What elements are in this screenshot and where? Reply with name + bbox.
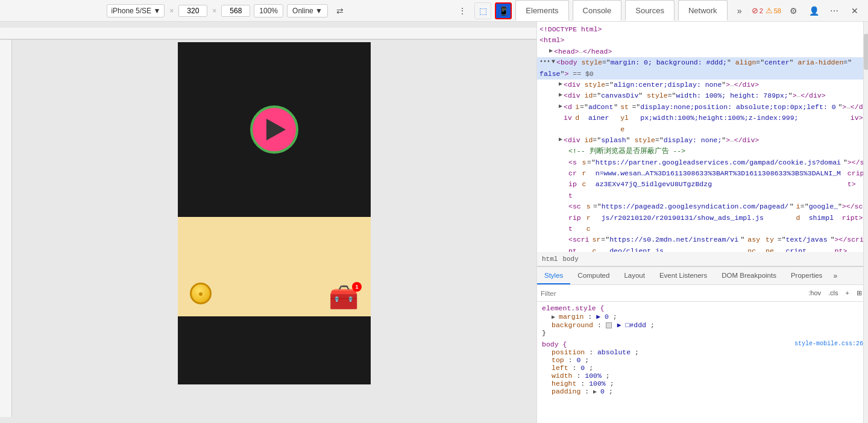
rotate-icon[interactable]: ⇄: [332, 2, 348, 19]
more-options-icon[interactable]: ⋮: [454, 2, 471, 19]
tree-script2[interactable]: <script src="https://pagead2.googlesyndi…: [537, 201, 868, 234]
tree-script1[interactable]: <script src="https://partner.googleadser…: [537, 157, 868, 202]
play-button[interactable]: [250, 105, 298, 154]
more-devtools-icon[interactable]: ⋯: [826, 2, 843, 19]
tab-dom-breakpoints[interactable]: DOM Breakpoints: [714, 267, 784, 284]
elements-label: Elements: [526, 6, 558, 15]
tree-head[interactable]: ▶ <head> … </head>: [537, 46, 868, 57]
warn-count: 58: [774, 7, 781, 14]
separator: ×: [169, 7, 174, 15]
tab-computed-label: Computed: [577, 272, 609, 279]
styles-panel[interactable]: element.style { ▶ margin : ▶ 0 ; backgro…: [537, 302, 868, 423]
tree-comment: <!-- 判断浏览器是否屏蔽广告 -->: [537, 146, 868, 157]
add-style-button[interactable]: +: [843, 289, 852, 298]
tree-script3[interactable]: <script src="https://s0.2mdn.net/instrea…: [537, 234, 868, 252]
error-badge: ⊘ 2: [752, 6, 763, 15]
styles-filter-buttons: :hov .cls + ⊞: [806, 289, 864, 298]
width-input[interactable]: [178, 5, 207, 17]
close-devtools-icon[interactable]: ✕: [846, 2, 863, 19]
css-prop-left: left : 0 ;: [552, 364, 863, 372]
breadcrumb: html body: [537, 252, 868, 266]
svg-rect-0: [0, 28, 536, 40]
device-mode-icon[interactable]: 📱: [495, 2, 512, 19]
styles-filter-input[interactable]: [541, 290, 804, 297]
css-props-body: position : absolute ; top : 0 ; le: [542, 348, 863, 395]
separator2: ×: [212, 7, 216, 15]
error-count: 2: [760, 7, 763, 14]
css-prop-height: height : 100% ;: [552, 380, 863, 387]
css-props-element: ▶ margin : ▶ 0 ; background : ▶ □#ddd ;: [542, 312, 863, 329]
hov-button[interactable]: :hov: [806, 289, 823, 298]
tab-event-listeners[interactable]: Event Listeners: [652, 267, 714, 284]
tab-layout[interactable]: Layout: [617, 267, 652, 284]
network-label: Network: [688, 6, 717, 15]
tree-div1[interactable]: ▶ <div style="align:center;display: none…: [537, 80, 868, 90]
css-body-header: body { style-mobile.css:26: [542, 340, 863, 348]
coin: ●: [190, 283, 212, 304]
tab-layout-label: Layout: [624, 272, 645, 279]
tree-html[interactable]: <html>: [537, 35, 868, 46]
styles-filter-bar: :hov .cls + ⊞: [537, 285, 868, 302]
tab-styles[interactable]: Styles: [537, 267, 570, 284]
error-warn-area: ⊘ 2 ⚠ 58: [752, 6, 781, 15]
zoom-selector[interactable]: 100%: [254, 4, 283, 17]
bc-html[interactable]: html: [542, 255, 558, 263]
phone-mid-section: ● 🧰 1: [178, 217, 371, 316]
chest-badge: 1: [352, 282, 362, 292]
css-prop-margin: ▶ margin : ▶ 0 ;: [552, 312, 863, 321]
body-arrow[interactable]: ▼: [552, 57, 555, 67]
network-tab[interactable]: Network: [678, 0, 728, 21]
tab-computed[interactable]: Computed: [570, 267, 617, 284]
height-input[interactable]: [221, 5, 250, 17]
ruler-left: [0, 40, 12, 417]
sources-tab[interactable]: Sources: [625, 0, 675, 21]
phone-frame: ● 🧰 1: [178, 42, 371, 384]
more-bottom-tabs-icon[interactable]: »: [829, 272, 841, 280]
css-rule-element-style: element.style { ▶ margin : ▶ 0 ; backgro…: [542, 304, 863, 337]
tree-div2[interactable]: ▶ <div id="canvasDiv" style="width: 100%…: [537, 90, 868, 101]
devtools-scrollbar[interactable]: [863, 22, 868, 423]
devtools-bottom: Styles Computed Layout Event Listeners D…: [537, 266, 868, 423]
online-selector[interactable]: Online ▼: [287, 4, 328, 17]
console-tab[interactable]: Console: [573, 0, 622, 21]
sources-label: Sources: [635, 6, 664, 15]
css-prop-position: position : absolute ;: [552, 348, 863, 356]
bottom-tabs: Styles Computed Layout Event Listeners D…: [537, 267, 868, 285]
scrollbar-thumb[interactable]: [864, 34, 868, 70]
html-tree[interactable]: <!DOCTYPE html> <html> ▶ <head> … </head…: [537, 22, 868, 252]
phone-top-section: [178, 42, 371, 217]
inspect-toggle-icon[interactable]: ⬚: [474, 2, 491, 19]
tree-body[interactable]: ••• ▼ <body style="margin: 0; background…: [537, 57, 868, 80]
elements-tab[interactable]: Elements: [515, 0, 568, 21]
tree-div3[interactable]: ▶ <div id="adContainer" style="display:n…: [537, 102, 868, 135]
css-prop-top: top : 0 ;: [552, 356, 863, 364]
tree-doctype: <!DOCTYPE html>: [537, 24, 868, 35]
tab-properties[interactable]: Properties: [784, 267, 829, 284]
cls-button[interactable]: .cls: [826, 289, 841, 298]
ruler-top: ticks: [0, 28, 536, 40]
bg-color-swatch[interactable]: [606, 322, 612, 328]
css-selector-element: element.style {: [542, 304, 863, 312]
device-label: iPhone 5/SE ▼: [111, 7, 160, 15]
bc-body[interactable]: body: [562, 255, 578, 263]
settings-icon[interactable]: ⚙: [785, 2, 802, 19]
coin-icon: ●: [198, 289, 203, 298]
chest-container: 🧰 1: [329, 285, 359, 309]
tab-properties-label: Properties: [791, 272, 822, 279]
css-source-link[interactable]: style-mobile.css:26: [794, 340, 863, 348]
tab-dom-breakpoints-label: DOM Breakpoints: [722, 272, 776, 279]
tab-styles-label: Styles: [544, 272, 563, 279]
warn-badge: ⚠ 58: [766, 6, 781, 15]
online-label: Online ▼: [292, 7, 322, 15]
css-prop-padding: padding : ▶ 0 ;: [552, 387, 863, 395]
css-prop-width: width : 100% ;: [552, 372, 863, 380]
device-selector[interactable]: iPhone 5/SE ▼: [107, 4, 165, 17]
device-toolbar: iPhone 5/SE ▼ × × 100% Online ▼ ⇄ ⋮ ⬚ 📱 …: [0, 0, 868, 22]
more-tabs-icon[interactable]: »: [731, 2, 748, 19]
devtools-panel: <!DOCTYPE html> <html> ▶ <head> … </head…: [536, 22, 868, 423]
preview-area: ticks ● �: [0, 22, 536, 423]
tree-div4[interactable]: ▶ <div id="splash" style="display: none;…: [537, 135, 868, 146]
phone-bottom-section: [178, 316, 371, 384]
head-arrow[interactable]: ▶: [549, 46, 553, 56]
user-icon[interactable]: 👤: [805, 2, 822, 19]
